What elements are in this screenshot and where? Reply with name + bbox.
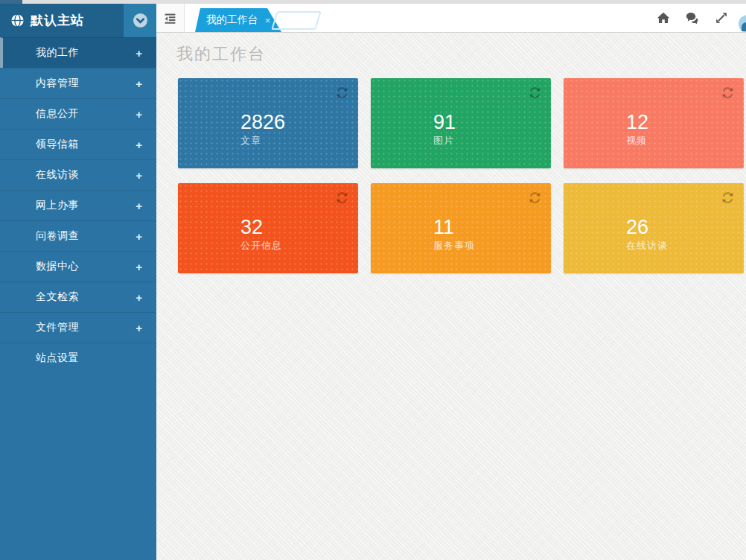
tab-label: 我的工作台	[206, 13, 258, 27]
stat-label: 图片	[433, 134, 456, 147]
dropbox-icon	[198, 219, 229, 250]
stat-value: 2826	[240, 112, 285, 133]
stat-label: 在线访谈	[626, 239, 668, 252]
chevron-down-circle-icon	[133, 13, 148, 28]
expand-plus-icon[interactable]: +	[136, 230, 142, 243]
picture-icon	[391, 114, 422, 145]
expand-plus-icon[interactable]: +	[136, 169, 142, 182]
sidebar-item-information-disclosure[interactable]: 信息公开 +	[0, 98, 156, 129]
stat-label: 视频	[626, 134, 648, 147]
topbar: 我的工作台 ×	[156, 4, 746, 33]
envelope-icon	[16, 139, 28, 150]
user-icon[interactable]	[739, 15, 746, 33]
stat-value: 32	[240, 217, 282, 238]
stat-cards: 2826 文章 91 图片 12 视频	[178, 78, 744, 273]
stat-value: 11	[433, 217, 475, 238]
expand-plus-icon[interactable]: +	[136, 322, 142, 334]
refresh-icon[interactable]	[336, 86, 348, 99]
stat-value: 26	[626, 217, 668, 238]
sidebar-item-fulltext-search[interactable]: 全文检索 +	[0, 281, 156, 312]
expand-plus-icon[interactable]: +	[136, 108, 142, 121]
search-icon	[16, 291, 28, 303]
stat-card-videos[interactable]: 12 视频	[564, 78, 744, 168]
stat-label: 公开信息	[240, 239, 282, 252]
sidebar-item-online-services[interactable]: 网上办事 +	[0, 190, 156, 220]
sidebar-item-site-settings[interactable]: 站点设置	[0, 343, 156, 373]
laptop-icon	[16, 47, 28, 59]
expand-plus-icon[interactable]: +	[136, 47, 142, 60]
site-header: 默认主站	[0, 4, 156, 37]
outdent-icon	[164, 12, 176, 25]
expand-plus-icon[interactable]: +	[136, 291, 142, 304]
sidebar-item-leader-mailbox[interactable]: 领导信箱 +	[0, 129, 156, 159]
topbar-actions	[657, 4, 728, 32]
sidebar-item-file-management[interactable]: 文件管理 +	[0, 312, 156, 343]
sidebar-item-my-work[interactable]: 我的工作 +	[0, 37, 156, 68]
expand-plus-icon[interactable]: +	[136, 77, 142, 90]
sitemap-icon	[16, 200, 28, 211]
sidebar-item-online-interview[interactable]: 在线访谈 +	[0, 159, 156, 190]
comments-icon[interactable]	[686, 11, 699, 25]
sidebar-item-questionnaire[interactable]: 问卷调查 +	[0, 220, 156, 251]
video-camera-icon	[584, 114, 615, 145]
stat-value: 12	[626, 112, 648, 133]
home-icon[interactable]	[657, 11, 670, 25]
expand-plus-icon[interactable]: +	[136, 139, 142, 151]
expand-plus-icon[interactable]: +	[136, 200, 142, 212]
sidebar-item-content-management[interactable]: 内容管理 +	[0, 68, 156, 98]
sidebar-menu: 我的工作 + 内容管理 + 信息公开 + 领导信箱 + 在线访谈 + 网上办事 …	[0, 37, 156, 373]
file-text-icon	[198, 114, 229, 145]
refresh-icon[interactable]	[529, 86, 541, 99]
page-title: 我的工作台	[176, 43, 266, 66]
stat-card-public-info[interactable]: 32 公开信息	[178, 183, 358, 273]
stat-value: 91	[433, 112, 456, 133]
sidebar-collapse-button[interactable]	[124, 4, 156, 37]
menu-toggle-button[interactable]	[156, 4, 185, 32]
globe-icon	[10, 13, 25, 28]
tab-my-workbench[interactable]: 我的工作台 ×	[195, 8, 281, 32]
stat-card-pictures[interactable]: 91 图片	[371, 78, 551, 168]
main-content: 我的工作台 2826 文章 91 图片	[156, 33, 746, 560]
tab-close-icon[interactable]: ×	[265, 15, 271, 26]
stat-label: 文章	[240, 134, 285, 147]
expand-icon[interactable]	[715, 11, 728, 25]
stat-card-service-items[interactable]: 11 服务事项	[371, 183, 551, 273]
expand-plus-icon[interactable]: +	[136, 261, 142, 273]
refresh-icon[interactable]	[721, 191, 734, 204]
sitemap-icon	[391, 219, 422, 250]
refresh-icon[interactable]	[336, 191, 348, 204]
comment-icon	[16, 169, 28, 181]
ghost-tab-outline	[271, 11, 322, 30]
sidebar-item-data-center[interactable]: 数据中心 +	[0, 251, 156, 281]
site-title: 默认主站	[31, 12, 84, 29]
database-icon	[16, 261, 28, 273]
top-edge-strip	[0, 0, 746, 4]
dropbox-icon	[16, 108, 28, 120]
stat-label: 服务事项	[433, 239, 475, 252]
file-icon	[16, 322, 28, 334]
refresh-icon[interactable]	[529, 191, 541, 204]
gear-icon	[16, 352, 28, 364]
stat-card-online-interviews[interactable]: 26 在线访谈	[564, 183, 744, 273]
stat-card-articles[interactable]: 2826 文章	[178, 78, 358, 168]
comments-icon	[584, 219, 615, 250]
sidebar: 默认主站 我的工作 + 内容管理 + 信息公开 + 领导信箱 + 在线访谈	[0, 4, 156, 560]
files-icon	[16, 77, 28, 89]
refresh-icon[interactable]	[721, 86, 734, 99]
file-text-icon	[16, 230, 28, 242]
